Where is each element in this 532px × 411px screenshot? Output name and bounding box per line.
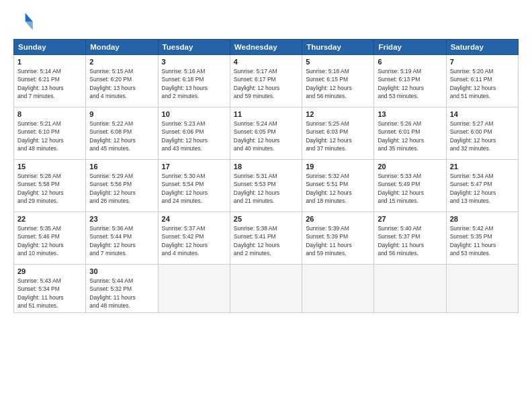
day-number: 17 (162, 163, 226, 171)
day-number: 13 (378, 110, 442, 118)
calendar-cell: 19Sunrise: 5:32 AMSunset: 5:51 PMDayligh… (302, 160, 374, 212)
day-number: 29 (17, 267, 82, 275)
calendar-cell: 13Sunrise: 5:26 AMSunset: 6:01 PMDayligh… (374, 107, 446, 160)
col-header-friday: Friday (374, 40, 446, 55)
col-header-thursday: Thursday (302, 40, 374, 55)
calendar-table: SundayMondayTuesdayWednesdayThursdayFrid… (13, 39, 519, 313)
col-header-saturday: Saturday (446, 40, 518, 55)
calendar-cell: 14Sunrise: 5:27 AMSunset: 6:00 PMDayligh… (446, 107, 518, 160)
day-number: 8 (17, 110, 82, 118)
col-header-monday: Monday (86, 40, 158, 55)
day-info: Sunrise: 5:30 AMSunset: 5:54 PMDaylight:… (162, 172, 226, 205)
page: SundayMondayTuesdayWednesdayThursdayFrid… (0, 0, 532, 411)
day-info: Sunrise: 5:19 AMSunset: 6:13 PMDaylight:… (378, 67, 442, 100)
calendar-cell (374, 265, 446, 313)
day-info: Sunrise: 5:21 AMSunset: 6:10 PMDaylight:… (17, 120, 82, 152)
day-info: Sunrise: 5:40 AMSunset: 5:37 PMDaylight:… (378, 224, 442, 257)
calendar-cell: 27Sunrise: 5:40 AMSunset: 5:37 PMDayligh… (374, 212, 446, 265)
day-number: 27 (378, 215, 442, 223)
day-info: Sunrise: 5:44 AMSunset: 5:32 PMDaylight:… (89, 277, 154, 310)
day-info: Sunrise: 5:29 AMSunset: 5:56 PMDaylight:… (89, 172, 154, 205)
logo (13, 11, 38, 32)
day-number: 25 (234, 215, 298, 223)
day-info: Sunrise: 5:25 AMSunset: 6:03 PMDaylight:… (306, 120, 370, 152)
day-number: 5 (306, 58, 370, 66)
day-info: Sunrise: 5:42 AMSunset: 5:35 PMDaylight:… (450, 224, 515, 257)
header (13, 11, 519, 32)
week-row-5: 29Sunrise: 5:43 AMSunset: 5:34 PMDayligh… (14, 265, 519, 313)
day-number: 11 (234, 110, 298, 118)
day-info: Sunrise: 5:27 AMSunset: 6:00 PMDaylight:… (450, 120, 515, 152)
calendar-cell: 1Sunrise: 5:14 AMSunset: 6:21 PMDaylight… (14, 55, 86, 107)
day-info: Sunrise: 5:43 AMSunset: 5:34 PMDaylight:… (17, 277, 82, 310)
day-number: 1 (17, 58, 82, 66)
calendar-cell: 16Sunrise: 5:29 AMSunset: 5:56 PMDayligh… (86, 160, 158, 212)
col-header-wednesday: Wednesday (230, 40, 302, 55)
calendar-cell: 6Sunrise: 5:19 AMSunset: 6:13 PMDaylight… (374, 55, 446, 107)
calendar-cell: 2Sunrise: 5:15 AMSunset: 6:20 PMDaylight… (86, 55, 158, 107)
calendar-cell: 24Sunrise: 5:37 AMSunset: 5:42 PMDayligh… (158, 212, 230, 265)
day-info: Sunrise: 5:31 AMSunset: 5:53 PMDaylight:… (234, 172, 298, 205)
calendar-cell: 23Sunrise: 5:36 AMSunset: 5:44 PMDayligh… (86, 212, 158, 265)
col-header-sunday: Sunday (14, 40, 86, 55)
calendar-cell: 29Sunrise: 5:43 AMSunset: 5:34 PMDayligh… (14, 265, 86, 313)
calendar-cell (446, 265, 518, 313)
day-info: Sunrise: 5:33 AMSunset: 5:49 PMDaylight:… (378, 172, 442, 205)
calendar-cell: 12Sunrise: 5:25 AMSunset: 6:03 PMDayligh… (302, 107, 374, 160)
week-row-3: 15Sunrise: 5:28 AMSunset: 5:58 PMDayligh… (14, 160, 519, 212)
day-number: 7 (450, 58, 515, 66)
day-info: Sunrise: 5:32 AMSunset: 5:51 PMDaylight:… (306, 172, 370, 205)
day-info: Sunrise: 5:14 AMSunset: 6:21 PMDaylight:… (17, 67, 82, 100)
day-number: 18 (234, 163, 298, 171)
calendar-cell: 9Sunrise: 5:22 AMSunset: 6:08 PMDaylight… (86, 107, 158, 160)
calendar-cell: 15Sunrise: 5:28 AMSunset: 5:58 PMDayligh… (14, 160, 86, 212)
svg-rect-2 (15, 13, 25, 30)
week-row-2: 8Sunrise: 5:21 AMSunset: 6:10 PMDaylight… (14, 107, 519, 160)
day-number: 20 (378, 163, 442, 171)
day-number: 3 (162, 58, 226, 66)
calendar-cell: 7Sunrise: 5:20 AMSunset: 6:11 PMDaylight… (446, 55, 518, 107)
calendar-cell: 30Sunrise: 5:44 AMSunset: 5:32 PMDayligh… (86, 265, 158, 313)
svg-marker-0 (26, 13, 33, 21)
calendar-cell: 3Sunrise: 5:16 AMSunset: 6:18 PMDaylight… (158, 55, 230, 107)
calendar-cell: 8Sunrise: 5:21 AMSunset: 6:10 PMDaylight… (14, 107, 86, 160)
calendar-header: SundayMondayTuesdayWednesdayThursdayFrid… (14, 40, 519, 55)
day-number: 23 (89, 215, 154, 223)
calendar-cell: 17Sunrise: 5:30 AMSunset: 5:54 PMDayligh… (158, 160, 230, 212)
day-info: Sunrise: 5:15 AMSunset: 6:20 PMDaylight:… (89, 67, 154, 100)
day-number: 12 (306, 110, 370, 118)
calendar-body: 1Sunrise: 5:14 AMSunset: 6:21 PMDaylight… (14, 55, 519, 313)
svg-marker-1 (26, 21, 33, 30)
calendar-cell: 18Sunrise: 5:31 AMSunset: 5:53 PMDayligh… (230, 160, 302, 212)
calendar-cell: 25Sunrise: 5:38 AMSunset: 5:41 PMDayligh… (230, 212, 302, 265)
calendar-cell (302, 265, 374, 313)
day-info: Sunrise: 5:39 AMSunset: 5:39 PMDaylight:… (306, 224, 370, 257)
col-header-tuesday: Tuesday (158, 40, 230, 55)
day-info: Sunrise: 5:28 AMSunset: 5:58 PMDaylight:… (17, 172, 82, 205)
calendar-cell: 26Sunrise: 5:39 AMSunset: 5:39 PMDayligh… (302, 212, 374, 265)
day-number: 21 (450, 163, 515, 171)
calendar-cell: 20Sunrise: 5:33 AMSunset: 5:49 PMDayligh… (374, 160, 446, 212)
day-number: 28 (450, 215, 515, 223)
calendar-cell (230, 265, 302, 313)
logo-icon (13, 11, 35, 32)
calendar-cell: 21Sunrise: 5:34 AMSunset: 5:47 PMDayligh… (446, 160, 518, 212)
day-info: Sunrise: 5:17 AMSunset: 6:17 PMDaylight:… (234, 67, 298, 100)
day-info: Sunrise: 5:34 AMSunset: 5:47 PMDaylight:… (450, 172, 515, 205)
day-number: 30 (89, 267, 154, 275)
day-info: Sunrise: 5:20 AMSunset: 6:11 PMDaylight:… (450, 67, 515, 100)
day-info: Sunrise: 5:23 AMSunset: 6:06 PMDaylight:… (162, 120, 226, 152)
calendar-cell: 10Sunrise: 5:23 AMSunset: 6:06 PMDayligh… (158, 107, 230, 160)
day-info: Sunrise: 5:22 AMSunset: 6:08 PMDaylight:… (89, 120, 154, 152)
day-number: 6 (378, 58, 442, 66)
day-number: 2 (89, 58, 154, 66)
calendar-cell (158, 265, 230, 313)
calendar-cell: 4Sunrise: 5:17 AMSunset: 6:17 PMDaylight… (230, 55, 302, 107)
day-info: Sunrise: 5:37 AMSunset: 5:42 PMDaylight:… (162, 224, 226, 257)
day-number: 26 (306, 215, 370, 223)
day-number: 22 (17, 215, 82, 223)
day-info: Sunrise: 5:16 AMSunset: 6:18 PMDaylight:… (162, 67, 226, 100)
calendar-cell: 11Sunrise: 5:24 AMSunset: 6:05 PMDayligh… (230, 107, 302, 160)
day-number: 16 (89, 163, 154, 171)
calendar-cell: 22Sunrise: 5:35 AMSunset: 5:46 PMDayligh… (14, 212, 86, 265)
